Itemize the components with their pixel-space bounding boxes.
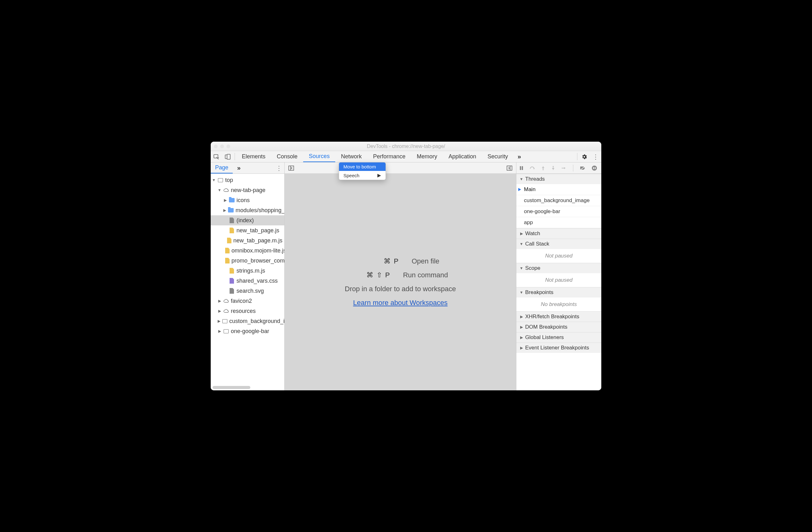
tab-application[interactable]: Application bbox=[443, 151, 482, 162]
section-breakpoints[interactable]: ▼Breakpoints bbox=[517, 287, 601, 297]
svg-rect-0 bbox=[214, 155, 218, 158]
section-threads[interactable]: ▼Threads bbox=[517, 174, 601, 184]
section-xhr[interactable]: ▶XHR/fetch Breakpoints bbox=[517, 311, 601, 322]
tree-ogb[interactable]: ▶one-google-bar bbox=[211, 326, 284, 336]
step-over-icon[interactable] bbox=[530, 166, 535, 171]
svg-rect-14 bbox=[593, 167, 594, 169]
step-into-icon[interactable] bbox=[541, 166, 545, 171]
devtools-window: DevTools - chrome://new-tab-page/ Elemen… bbox=[211, 142, 601, 390]
thread-ogb[interactable]: one-google-bar bbox=[517, 206, 601, 217]
tab-security[interactable]: Security bbox=[482, 151, 513, 162]
tree-resources[interactable]: ▶resources bbox=[211, 306, 284, 316]
tree-file-index[interactable]: (index) bbox=[211, 215, 284, 225]
learn-workspaces-link[interactable]: Learn more about Workspaces bbox=[353, 299, 448, 307]
tree-cbg[interactable]: ▶custom_background_image bbox=[211, 316, 284, 326]
tree-favicon[interactable]: ▶favicon2 bbox=[211, 296, 284, 306]
menu-speech[interactable]: Speech▶ bbox=[339, 171, 386, 180]
section-event[interactable]: ▶Event Listener Breakpoints bbox=[517, 342, 601, 353]
sidebar-tab-page[interactable]: Page bbox=[211, 163, 233, 173]
tree-frame[interactable]: ▼new-tab-page bbox=[211, 185, 284, 195]
debugger-pane: ▼Threads Main custom_background_image on… bbox=[517, 163, 601, 390]
section-callstack[interactable]: ▼Call Stack bbox=[517, 239, 601, 249]
tab-network[interactable]: Network bbox=[335, 151, 367, 162]
sources-sidebar: Page » ⋮ ▼top ▼new-tab-page ▶icons ▶modu… bbox=[211, 163, 285, 390]
tab-performance[interactable]: Performance bbox=[367, 151, 411, 162]
settings-icon[interactable] bbox=[579, 151, 590, 162]
step-icon[interactable] bbox=[561, 166, 567, 170]
tree-folder-icons[interactable]: ▶icons bbox=[211, 195, 284, 205]
sidebar-more-tabs[interactable]: » bbox=[233, 163, 245, 173]
kebab-icon[interactable]: ⋮ bbox=[590, 151, 601, 162]
main-tabbar: Elements Console Sources Network Perform… bbox=[211, 151, 601, 163]
tree-top[interactable]: ▼top bbox=[211, 175, 284, 185]
svg-point-11 bbox=[553, 166, 554, 167]
tree-file-omnibox[interactable]: omnibox.mojom-lite.js bbox=[211, 246, 284, 256]
svg-point-13 bbox=[592, 166, 597, 171]
inspect-icon[interactable] bbox=[211, 151, 222, 162]
open-file-shortcut: ⌘ P bbox=[361, 257, 399, 265]
run-cmd-shortcut: ⌘ ⇧ P bbox=[352, 271, 390, 279]
tree-file-strings[interactable]: strings.m.js bbox=[211, 266, 284, 276]
show-navigator-icon[interactable] bbox=[287, 164, 295, 172]
tab-memory[interactable]: Memory bbox=[411, 151, 443, 162]
tree-file-ntp-mjs[interactable]: new_tab_page.m.js bbox=[211, 236, 284, 246]
show-debugger-icon[interactable] bbox=[505, 164, 513, 172]
breakpoints-empty: No breakpoints bbox=[517, 297, 601, 311]
section-scope[interactable]: ▼Scope bbox=[517, 263, 601, 273]
run-cmd-label: Run command bbox=[403, 271, 448, 279]
editor-pane: ⌘ POpen file ⌘ ⇧ PRun command Drop in a … bbox=[285, 163, 517, 390]
tree-file-promo[interactable]: promo_browser_command.mojom-lite.js bbox=[211, 256, 284, 266]
tree-folder-modules[interactable]: ▶modules/shopping_tasks bbox=[211, 205, 284, 215]
svg-rect-7 bbox=[520, 166, 521, 170]
device-icon[interactable] bbox=[222, 151, 233, 162]
tree-file-ntp-js[interactable]: new_tab_page.js bbox=[211, 225, 284, 236]
tree-file-shared[interactable]: shared_vars.css bbox=[211, 276, 284, 286]
svg-point-10 bbox=[542, 169, 544, 170]
submenu-arrow-icon: ▶ bbox=[377, 172, 381, 178]
menu-move-to-bottom[interactable]: Move to bottom bbox=[339, 163, 386, 171]
scope-empty: Not paused bbox=[517, 273, 601, 287]
section-dom[interactable]: ▶DOM Breakpoints bbox=[517, 322, 601, 332]
step-out-icon[interactable] bbox=[551, 166, 555, 171]
tree-file-search[interactable]: search.svg bbox=[211, 286, 284, 296]
svg-rect-8 bbox=[522, 166, 523, 170]
window-title: DevTools - chrome://new-tab-page/ bbox=[211, 143, 601, 149]
tab-console[interactable]: Console bbox=[271, 151, 303, 162]
thread-app[interactable]: app bbox=[517, 217, 601, 228]
more-tabs-icon[interactable]: » bbox=[513, 151, 525, 162]
sidebar-kebab-icon[interactable]: ⋮ bbox=[274, 163, 284, 173]
context-menu: Move to bottom Speech▶ bbox=[339, 162, 386, 180]
drop-hint: Drop in a folder to add to workspace bbox=[345, 285, 456, 293]
thread-main[interactable]: Main bbox=[517, 184, 601, 195]
svg-rect-2 bbox=[227, 154, 230, 159]
tab-elements[interactable]: Elements bbox=[236, 151, 271, 162]
deactivate-bp-icon[interactable] bbox=[580, 166, 586, 171]
tab-sources[interactable]: Sources bbox=[303, 151, 335, 162]
svg-rect-15 bbox=[595, 167, 596, 169]
pause-exceptions-icon[interactable] bbox=[592, 165, 597, 171]
thread-cbg[interactable]: custom_background_image bbox=[517, 195, 601, 206]
pause-icon[interactable] bbox=[519, 166, 524, 171]
open-file-label: Open file bbox=[412, 257, 439, 265]
file-tree: ▼top ▼new-tab-page ▶icons ▶modules/shopp… bbox=[211, 174, 284, 390]
scrollbar-horizontal[interactable] bbox=[213, 386, 250, 389]
traffic-lights[interactable] bbox=[214, 144, 230, 148]
titlebar: DevTools - chrome://new-tab-page/ bbox=[211, 142, 601, 151]
section-global[interactable]: ▶Global Listeners bbox=[517, 332, 601, 342]
callstack-empty: Not paused bbox=[517, 249, 601, 263]
section-watch[interactable]: ▶Watch bbox=[517, 228, 601, 239]
